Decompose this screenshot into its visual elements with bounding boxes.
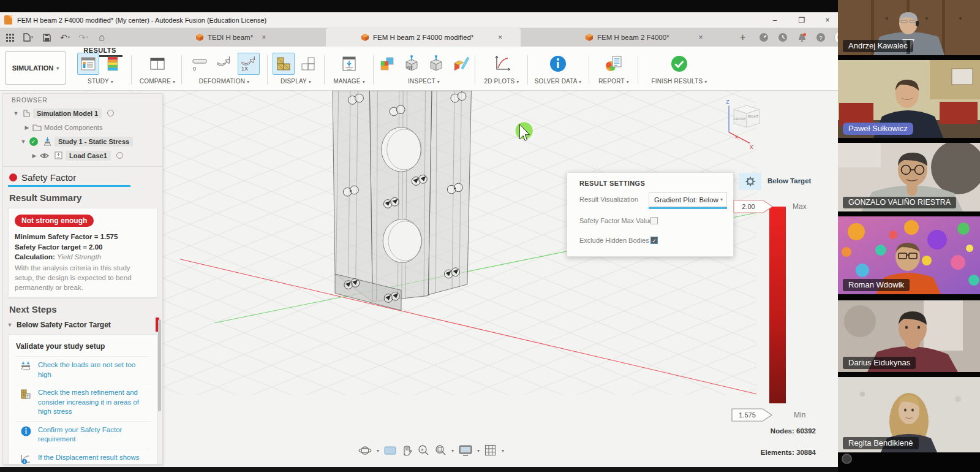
group-label: COMPARE ▾	[140, 78, 175, 85]
report-icon[interactable]	[603, 53, 625, 75]
legend-max-marker[interactable]: 2.00	[733, 200, 775, 213]
grid-settings-icon[interactable]	[484, 444, 497, 457]
pan-hand-icon[interactable]	[401, 445, 412, 456]
compare-icon[interactable]	[146, 53, 168, 75]
chevron-right-icon[interactable]: ▶	[24, 124, 30, 131]
nonlinear-study-icon	[20, 453, 32, 465]
exclude-hidden-checkbox[interactable]: ✓	[650, 237, 658, 244]
help-icon[interactable]: ?	[815, 32, 826, 43]
participant-tile[interactable]: Darius Eidukynas	[838, 300, 980, 372]
new-tab-button[interactable]: +	[734, 28, 752, 47]
display-mesh-icon[interactable]	[273, 53, 295, 75]
group-solver-data: SOLVER DATA ▾	[530, 51, 586, 88]
restore-button[interactable]: ❐	[791, 13, 812, 27]
chevron-down-icon[interactable]: ▼	[13, 110, 19, 116]
group-finish-results: FINISH RESULTS ▾	[640, 51, 718, 88]
participant-tile[interactable]: Roman Wdowik	[838, 216, 980, 294]
home-icon[interactable]: ⌂	[96, 31, 108, 44]
legend-max-label: Max	[793, 202, 807, 211]
load-case-icon	[54, 151, 63, 160]
result-status-dot	[9, 173, 17, 181]
study-details-icon[interactable]	[77, 53, 99, 75]
tab-close-icon[interactable]: ×	[498, 33, 502, 42]
next-step-item[interactable]: Confirm your Safety Factor requirement	[15, 421, 151, 449]
legend-settings-button[interactable]	[739, 173, 761, 190]
workspace-selector[interactable]: SIMULATION▾	[5, 51, 66, 85]
caret-down-icon[interactable]: ▾	[377, 448, 379, 454]
nodes-count: Nodes: 60392	[631, 427, 816, 435]
next-step-item[interactable]: Check the mesh refinement and consider i…	[15, 384, 151, 421]
safety-factor-target: Safety Factor target = 2.00	[15, 242, 151, 253]
display-bodies-icon[interactable]	[297, 53, 319, 75]
participant-name: Paweł Sułkowicz	[843, 123, 913, 135]
zoom-icon[interactable]: ±	[417, 444, 429, 457]
tab-fem-h-beam-modified[interactable]: FEM H beam 2 F4000 modified* ×	[326, 28, 521, 47]
tab-close-icon[interactable]: ×	[699, 33, 703, 42]
tab-fem-h-beam[interactable]: FEM H beam 2 F4000* ×	[568, 28, 729, 47]
tree-item-load-case1[interactable]: ▶ Load Case1	[3, 148, 162, 162]
chevron-down-icon[interactable]: ▼	[20, 139, 26, 145]
svg-text:2.00: 2.00	[742, 203, 755, 210]
solver-data-info-icon[interactable]	[547, 53, 569, 75]
2d-plots-icon[interactable]	[491, 53, 513, 75]
inspect-results-icon[interactable]	[376, 53, 398, 75]
info-icon	[20, 425, 32, 444]
file-menu-icon[interactable]: ▾	[22, 31, 34, 44]
caret-down-icon[interactable]: ▾	[477, 448, 480, 454]
svg-text:0: 0	[193, 66, 196, 72]
participant-tile[interactable]: Regita Bendikienė	[838, 377, 980, 452]
visibility-eye-icon[interactable]	[40, 151, 49, 160]
close-viewcube-icon[interactable]: ×	[735, 134, 739, 140]
save-icon[interactable]	[40, 31, 53, 44]
group-label: SOLVER DATA ▾	[535, 78, 582, 85]
h-beam-model[interactable]	[333, 91, 471, 311]
redo-icon[interactable]: ↷▾	[77, 31, 89, 44]
next-step-item[interactable]: If the Displacement result shows high di…	[15, 449, 151, 465]
deformation-none-icon[interactable]: 0	[189, 53, 211, 75]
finish-results-check-icon[interactable]	[668, 53, 690, 75]
notifications-bell-icon[interactable]	[796, 32, 807, 43]
max-value-checkbox[interactable]	[650, 217, 658, 224]
panel-scrollbar[interactable]	[158, 319, 161, 411]
deformation-scaled-icon[interactable]: 1XI	[238, 53, 260, 75]
mesh-refine-icon	[20, 388, 32, 417]
tab-close-icon[interactable]: ×	[262, 33, 266, 42]
tree-item-model-components[interactable]: ▶ Model Components	[3, 120, 162, 134]
history-clock-icon[interactable]	[777, 32, 788, 43]
display-settings-icon[interactable]	[459, 445, 472, 456]
inspect-point-xyz-icon[interactable]: xyz	[401, 53, 423, 75]
group-label: DISPLAY ▾	[281, 78, 311, 85]
tab-tedi-h-beam[interactable]: TEDI H beam* ×	[190, 28, 322, 47]
orbit-icon[interactable]	[358, 444, 372, 457]
job-status-icon[interactable]	[758, 32, 769, 43]
participant-tile[interactable]: Paweł Sułkowicz	[838, 60, 980, 138]
caret-down-icon[interactable]: ▾	[451, 448, 454, 454]
fit-view-icon[interactable]	[434, 444, 447, 457]
meeting-app-logo-icon[interactable]	[842, 454, 852, 464]
inspect-probe-icon[interactable]	[425, 53, 447, 75]
radio-ring-icon[interactable]	[107, 110, 114, 116]
below-target-group-row[interactable]: ▼ Below Safety Factor Target	[3, 318, 162, 332]
visualization-dropdown[interactable]: Gradient Plot: Below ▾	[649, 192, 727, 209]
manage-icon[interactable]	[338, 53, 360, 75]
undo-icon[interactable]: ↶▾	[59, 31, 71, 44]
legend-mode-label[interactable]: Below Target	[767, 177, 811, 185]
chevron-right-icon[interactable]: ▶	[31, 153, 37, 159]
radio-ring-icon[interactable]	[116, 152, 123, 159]
minimize-button[interactable]: –	[764, 13, 785, 27]
close-button[interactable]: ×	[817, 13, 838, 27]
participant-tile[interactable]: GONZALO VALIÑO RIESTRA	[838, 143, 980, 211]
caret-down-icon[interactable]: ▾	[502, 448, 504, 454]
tree-item-simulation-model[interactable]: ▼ Simulation Model 1	[3, 106, 162, 120]
legend-min-marker[interactable]: 1.575	[731, 408, 774, 422]
inspect-slice-plane-icon[interactable]	[450, 53, 472, 75]
next-step-item[interactable]: Check the loads are not set too high	[15, 356, 151, 384]
study-legend-icon[interactable]	[102, 53, 124, 75]
tree-item-study-1[interactable]: ▼ ✓ Study 1 - Static Stress	[3, 134, 162, 148]
look-at-icon[interactable]	[384, 446, 396, 455]
svg-text:I: I	[228, 55, 230, 61]
deformation-actual-icon[interactable]: I	[213, 53, 235, 75]
app-grid-icon[interactable]	[4, 31, 16, 44]
chevron-down-icon[interactable]: ▼	[3, 322, 17, 328]
participant-tile[interactable]: Andrzej Kawalec	[838, 0, 980, 55]
